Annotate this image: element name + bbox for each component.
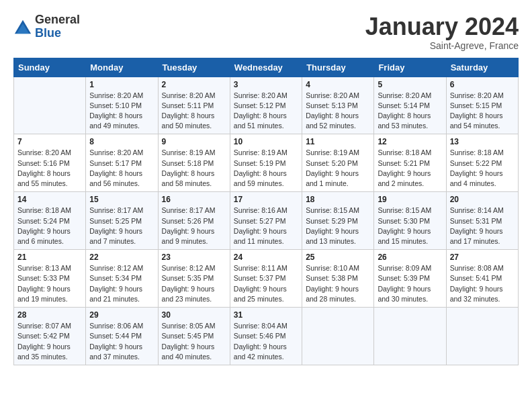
day-info: Sunrise: 8:07 AM Sunset: 5:42 PM Dayligh… xyxy=(17,321,82,362)
day-info: Sunrise: 8:13 AM Sunset: 5:33 PM Dayligh… xyxy=(17,263,82,304)
day-number: 13 xyxy=(450,137,515,146)
day-number: 23 xyxy=(162,253,226,262)
day-info: Sunrise: 8:18 AM Sunset: 5:22 PM Dayligh… xyxy=(450,148,515,189)
day-number: 31 xyxy=(234,310,298,320)
calendar-cell: 19Sunrise: 8:15 AM Sunset: 5:30 PM Dayli… xyxy=(374,192,446,250)
day-number: 3 xyxy=(234,80,298,89)
day-info: Sunrise: 8:15 AM Sunset: 5:30 PM Dayligh… xyxy=(378,205,442,246)
calendar-cell: 20Sunrise: 8:14 AM Sunset: 5:31 PM Dayli… xyxy=(446,192,518,250)
day-number: 10 xyxy=(234,137,298,146)
day-number: 9 xyxy=(162,137,226,146)
day-number: 25 xyxy=(306,253,370,262)
day-info: Sunrise: 8:08 AM Sunset: 5:41 PM Dayligh… xyxy=(450,263,515,304)
day-number: 17 xyxy=(234,195,298,204)
day-number: 5 xyxy=(378,80,442,89)
day-number: 14 xyxy=(17,195,82,204)
day-info: Sunrise: 8:19 AM Sunset: 5:20 PM Dayligh… xyxy=(306,148,370,189)
calendar-cell: 17Sunrise: 8:16 AM Sunset: 5:27 PM Dayli… xyxy=(230,192,302,250)
day-number: 21 xyxy=(17,253,82,262)
day-info: Sunrise: 8:20 AM Sunset: 5:17 PM Dayligh… xyxy=(89,148,154,189)
day-number: 1 xyxy=(89,80,154,89)
day-info: Sunrise: 8:16 AM Sunset: 5:27 PM Dayligh… xyxy=(234,205,298,246)
calendar-cell: 23Sunrise: 8:12 AM Sunset: 5:35 PM Dayli… xyxy=(158,250,230,308)
day-number: 11 xyxy=(306,137,370,146)
week-row-2: 14Sunrise: 8:18 AM Sunset: 5:24 PM Dayli… xyxy=(14,192,519,250)
day-number: 8 xyxy=(89,137,154,146)
day-info: Sunrise: 8:04 AM Sunset: 5:46 PM Dayligh… xyxy=(234,321,298,362)
location: Saint-Agreve, France xyxy=(365,40,519,51)
day-number: 4 xyxy=(306,80,370,89)
weekday-header-tuesday: Tuesday xyxy=(158,58,230,77)
calendar-cell: 15Sunrise: 8:17 AM Sunset: 5:25 PM Dayli… xyxy=(86,192,158,250)
day-number: 6 xyxy=(450,80,515,89)
calendar-cell: 21Sunrise: 8:13 AM Sunset: 5:33 PM Dayli… xyxy=(14,250,86,308)
day-number: 28 xyxy=(17,310,82,320)
calendar-cell: 25Sunrise: 8:10 AM Sunset: 5:38 PM Dayli… xyxy=(302,250,374,308)
calendar-cell: 1Sunrise: 8:20 AM Sunset: 5:10 PM Daylig… xyxy=(86,77,158,134)
logo-blue-text: Blue xyxy=(35,26,61,40)
calendar-cell: 14Sunrise: 8:18 AM Sunset: 5:24 PM Dayli… xyxy=(14,192,86,250)
day-number: 2 xyxy=(162,80,226,89)
day-info: Sunrise: 8:19 AM Sunset: 5:19 PM Dayligh… xyxy=(234,148,298,189)
calendar-cell: 3Sunrise: 8:20 AM Sunset: 5:12 PM Daylig… xyxy=(230,77,302,134)
month-title: January 2024 xyxy=(365,13,519,40)
day-number: 24 xyxy=(234,253,298,262)
calendar-cell: 10Sunrise: 8:19 AM Sunset: 5:19 PM Dayli… xyxy=(230,134,302,192)
day-info: Sunrise: 8:20 AM Sunset: 5:13 PM Dayligh… xyxy=(306,91,370,132)
week-row-1: 7Sunrise: 8:20 AM Sunset: 5:16 PM Daylig… xyxy=(14,134,519,192)
day-info: Sunrise: 8:11 AM Sunset: 5:37 PM Dayligh… xyxy=(234,263,298,304)
calendar-cell: 4Sunrise: 8:20 AM Sunset: 5:13 PM Daylig… xyxy=(302,77,374,134)
logo: General Blue xyxy=(13,13,80,40)
day-info: Sunrise: 8:20 AM Sunset: 5:16 PM Dayligh… xyxy=(17,148,82,189)
day-info: Sunrise: 8:15 AM Sunset: 5:29 PM Dayligh… xyxy=(306,205,370,246)
day-number: 15 xyxy=(89,195,154,204)
calendar-cell xyxy=(446,308,518,365)
calendar-cell: 27Sunrise: 8:08 AM Sunset: 5:41 PM Dayli… xyxy=(446,250,518,308)
day-info: Sunrise: 8:20 AM Sunset: 5:15 PM Dayligh… xyxy=(450,91,515,132)
day-number: 7 xyxy=(17,137,82,146)
day-info: Sunrise: 8:12 AM Sunset: 5:35 PM Dayligh… xyxy=(162,263,226,304)
day-number: 29 xyxy=(89,310,154,320)
calendar-cell: 13Sunrise: 8:18 AM Sunset: 5:22 PM Dayli… xyxy=(446,134,518,192)
calendar-cell: 24Sunrise: 8:11 AM Sunset: 5:37 PM Dayli… xyxy=(230,250,302,308)
day-number: 18 xyxy=(306,195,370,204)
weekday-header-monday: Monday xyxy=(86,58,158,77)
weekday-header-sunday: Sunday xyxy=(14,58,86,77)
calendar-cell: 30Sunrise: 8:05 AM Sunset: 5:45 PM Dayli… xyxy=(158,308,230,365)
weekday-header-thursday: Thursday xyxy=(302,58,374,77)
day-info: Sunrise: 8:20 AM Sunset: 5:14 PM Dayligh… xyxy=(378,91,442,132)
day-info: Sunrise: 8:06 AM Sunset: 5:44 PM Dayligh… xyxy=(89,321,154,362)
calendar-cell: 18Sunrise: 8:15 AM Sunset: 5:29 PM Dayli… xyxy=(302,192,374,250)
day-number: 19 xyxy=(378,195,442,204)
day-info: Sunrise: 8:20 AM Sunset: 5:10 PM Dayligh… xyxy=(89,91,154,132)
day-info: Sunrise: 8:17 AM Sunset: 5:26 PM Dayligh… xyxy=(162,205,226,246)
day-number: 26 xyxy=(378,253,442,262)
day-number: 12 xyxy=(378,137,442,146)
title-block: January 2024 Saint-Agreve, France xyxy=(365,13,519,51)
day-number: 22 xyxy=(89,253,154,262)
weekday-header-friday: Friday xyxy=(374,58,446,77)
weekday-header-wednesday: Wednesday xyxy=(230,58,302,77)
day-info: Sunrise: 8:20 AM Sunset: 5:12 PM Dayligh… xyxy=(234,91,298,132)
calendar-cell xyxy=(302,308,374,365)
week-row-4: 28Sunrise: 8:07 AM Sunset: 5:42 PM Dayli… xyxy=(14,308,519,365)
calendar-cell: 31Sunrise: 8:04 AM Sunset: 5:46 PM Dayli… xyxy=(230,308,302,365)
calendar-cell: 7Sunrise: 8:20 AM Sunset: 5:16 PM Daylig… xyxy=(14,134,86,192)
week-row-3: 21Sunrise: 8:13 AM Sunset: 5:33 PM Dayli… xyxy=(14,250,519,308)
calendar-cell: 9Sunrise: 8:19 AM Sunset: 5:18 PM Daylig… xyxy=(158,134,230,192)
calendar-cell xyxy=(374,308,446,365)
day-info: Sunrise: 8:10 AM Sunset: 5:38 PM Dayligh… xyxy=(306,263,370,304)
calendar-cell: 12Sunrise: 8:18 AM Sunset: 5:21 PM Dayli… xyxy=(374,134,446,192)
calendar-table: SundayMondayTuesdayWednesdayThursdayFrid… xyxy=(13,58,519,365)
weekday-header-saturday: Saturday xyxy=(446,58,518,77)
day-number: 20 xyxy=(450,195,515,204)
day-number: 16 xyxy=(162,195,226,204)
weekday-header-row: SundayMondayTuesdayWednesdayThursdayFrid… xyxy=(14,58,519,77)
calendar-cell: 11Sunrise: 8:19 AM Sunset: 5:20 PM Dayli… xyxy=(302,134,374,192)
day-info: Sunrise: 8:18 AM Sunset: 5:24 PM Dayligh… xyxy=(17,205,82,246)
calendar-cell: 26Sunrise: 8:09 AM Sunset: 5:39 PM Dayli… xyxy=(374,250,446,308)
calendar-cell: 6Sunrise: 8:20 AM Sunset: 5:15 PM Daylig… xyxy=(446,77,518,134)
logo-general-text: General xyxy=(35,13,80,26)
page-header: General Blue January 2024 Saint-Agreve, … xyxy=(13,13,519,51)
logo-icon xyxy=(13,17,32,36)
